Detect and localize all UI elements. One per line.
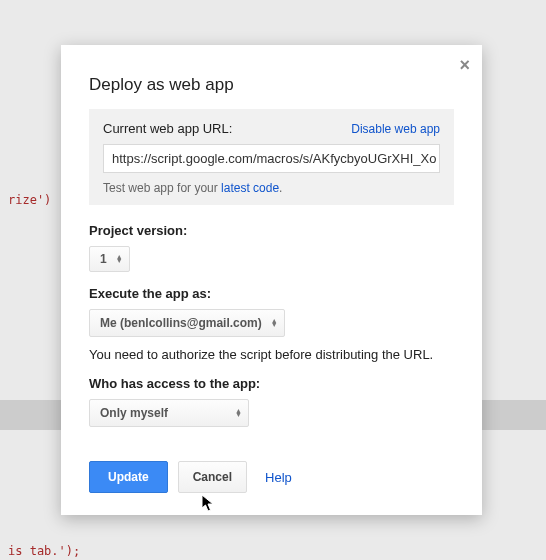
help-link[interactable]: Help: [265, 470, 292, 485]
execute-as-select[interactable]: Me (benlcollins@gmail.com) ▲▼: [89, 309, 285, 337]
close-icon[interactable]: ×: [459, 55, 470, 76]
chevron-updown-icon: ▲▼: [116, 255, 123, 263]
update-button[interactable]: Update: [89, 461, 168, 493]
bg-code-fragment: rize'): [8, 193, 51, 207]
access-select[interactable]: Only myself ▲▼: [89, 399, 249, 427]
disable-web-app-link[interactable]: Disable web app: [351, 122, 440, 136]
test-suffix: .: [279, 181, 282, 195]
project-version-value: 1: [100, 252, 107, 266]
cancel-button[interactable]: Cancel: [178, 461, 247, 493]
latest-code-link[interactable]: latest code: [221, 181, 279, 195]
dialog-title: Deploy as web app: [89, 75, 454, 95]
chevron-updown-icon: ▲▼: [271, 319, 278, 327]
execute-as-label: Execute the app as:: [89, 286, 454, 301]
access-label: Who has access to the app:: [89, 376, 454, 391]
access-value: Only myself: [100, 406, 168, 420]
project-version-select[interactable]: 1 ▲▼: [89, 246, 130, 272]
project-version-label: Project version:: [89, 223, 454, 238]
bg-code-fragment: is tab.');: [8, 544, 80, 558]
url-section: Current web app URL: Disable web app htt…: [89, 109, 454, 205]
execute-as-value: Me (benlcollins@gmail.com): [100, 316, 262, 330]
url-label: Current web app URL:: [103, 121, 232, 136]
test-latest-line: Test web app for your latest code.: [103, 181, 440, 195]
button-row: Update Cancel Help: [89, 461, 454, 493]
test-prefix: Test web app for your: [103, 181, 221, 195]
chevron-updown-icon: ▲▼: [235, 409, 242, 417]
web-app-url-input[interactable]: https://script.google.com/macros/s/AKfyc…: [103, 144, 440, 173]
authorize-note: You need to authorize the script before …: [89, 347, 454, 362]
deploy-dialog: × Deploy as web app Current web app URL:…: [61, 45, 482, 515]
